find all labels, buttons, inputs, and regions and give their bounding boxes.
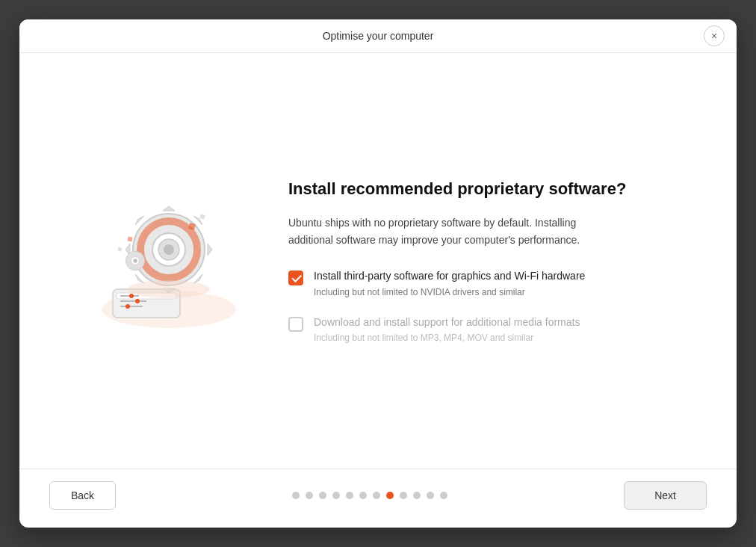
illustration-area [64,179,258,343]
page-description: Ubuntu ships with no proprietary softwar… [288,214,602,248]
checkbox-media[interactable] [288,317,303,332]
dot-3 [319,492,326,499]
option-row-media: Download and install support for additio… [288,315,692,344]
option-sublabel-media: Including but not limited to MP3, MP4, M… [314,333,580,343]
option-text-media: Download and install support for additio… [314,315,580,344]
dot-5 [346,492,353,499]
option-label-graphics: Install third-party software for graphic… [314,269,585,284]
close-button[interactable]: × [704,25,725,46]
dot-9 [400,492,407,499]
svg-marker-16 [193,274,202,283]
svg-point-8 [126,304,130,309]
dot-8 [386,492,394,499]
progress-dots [292,492,447,499]
checkbox-graphics[interactable] [288,271,303,285]
svg-point-4 [129,294,134,298]
dot-7 [373,492,380,499]
svg-marker-12 [208,244,212,256]
back-button[interactable]: Back [49,481,116,510]
dot-4 [332,492,340,499]
options-list: Install third-party software for graphic… [288,269,692,343]
dot-12 [440,492,447,499]
dot-11 [427,492,434,499]
svg-point-21 [164,244,174,255]
checkbox-media-wrap [288,317,303,332]
dialog-window: Optimise your computer × [19,19,737,528]
next-button[interactable]: Next [624,481,707,510]
dot-2 [306,492,313,499]
main-content: Install recommended proprietary software… [19,53,737,469]
svg-point-24 [133,259,137,262]
window-title: Optimise your computer [323,30,434,42]
footer: Back Next [19,469,737,528]
svg-rect-26 [199,214,205,220]
gear-illustration [72,179,251,343]
svg-point-29 [128,280,210,298]
svg-marker-9 [163,206,175,211]
titlebar: Optimise your computer × [19,19,737,53]
svg-marker-13 [135,216,144,225]
dot-1 [292,492,300,499]
right-panel: Install recommended proprietary software… [288,179,692,344]
svg-rect-27 [128,237,133,242]
option-label-media: Download and install support for additio… [314,315,580,330]
svg-rect-28 [117,247,123,252]
option-text-graphics: Install third-party software for graphic… [314,269,585,297]
option-row-graphics: Install third-party software for graphic… [288,269,692,297]
dot-6 [359,492,367,499]
checkbox-graphics-wrap [288,271,303,285]
page-heading: Install recommended proprietary software… [288,179,692,200]
option-sublabel-graphics: Including but not limited to NVIDIA driv… [314,287,585,297]
svg-marker-15 [135,274,144,283]
dot-10 [413,492,421,499]
svg-point-6 [135,299,140,303]
